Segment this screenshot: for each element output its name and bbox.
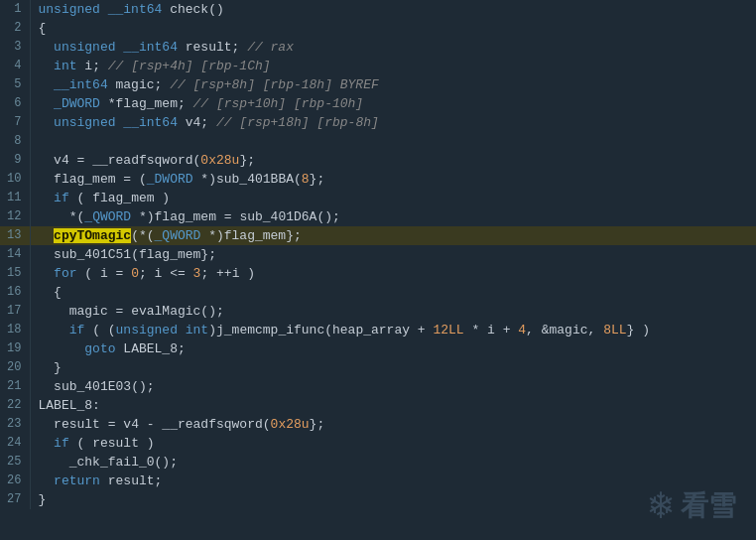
token-var: i [100,266,108,281]
token-indent [39,360,55,375]
token-var: flag_mem [139,247,200,262]
table-row: 16 { [0,283,756,302]
table-row: 5 __int64 magic; // [rsp+8h] [rbp-18h] B… [0,75,756,94]
token-fn: __readfsqword [162,417,262,432]
code-line-content [30,132,756,151]
code-line-content: unsigned __int64 check() [30,0,756,19]
table-row: 14 sub_401C51(flag_mem}; [0,245,756,264]
token-op: = [116,172,139,187]
token-comment: // rax [247,40,294,55]
code-line-content: flag_mem = (_DWORD *)sub_401BBA(8}; [30,170,756,189]
line-number: 20 [0,358,30,377]
token-punct: , & [526,323,549,338]
line-number: 15 [0,264,30,283]
token-punct: (); [200,304,223,319]
line-number: 14 [0,245,30,264]
token-indent [39,436,55,451]
token-num: 4 [518,323,526,338]
token-kw: unsigned int [116,323,209,338]
line-number: 9 [0,151,30,170]
code-line-content: LABEL_8: [30,396,756,415]
token-fn: __readfsqword [92,153,192,168]
token-kw: int [54,59,76,73]
code-line-content: sub_401C51(flag_mem}; [30,245,756,264]
token-op: - [139,417,162,432]
token-punct: (); [155,455,178,470]
line-number: 23 [0,415,30,434]
token-kw: __int64 [108,2,163,17]
table-row: 24 if ( result ) [0,434,756,453]
table-row: 1unsigned __int64 check() [0,0,756,19]
token-var: v4 [123,417,139,432]
token-indent [39,285,55,300]
token-indent [39,247,55,262]
token-var: v4 [178,115,200,130]
token-fn: evalMagic [131,304,200,319]
line-number: 27 [0,490,30,509]
token-op: = [108,266,131,281]
table-row: 9 v4 = __readfsqword(0x28u}; [0,151,756,170]
token-op: * [464,323,487,338]
token-punct: ; [139,266,155,281]
token-indent [39,266,55,281]
line-number: 3 [0,38,30,57]
token-punct: ; [200,115,216,130]
token-punct: *( [69,209,85,224]
code-line-content: sub_401E03(); [30,377,756,396]
line-number: 6 [0,94,30,113]
token-op: = [69,153,92,168]
code-line-content: __int64 magic; // [rsp+8h] [rbp-18h] BYR… [30,75,756,94]
token-punct: { [39,21,47,36]
token-punct: ) [208,323,216,338]
token-punct: ; [232,40,248,55]
token-punct: { [54,285,62,300]
token-indent [39,473,55,488]
line-number: 16 [0,283,30,302]
token-kw: for [54,266,76,281]
code-line-content: magic = evalMagic(); [30,302,756,321]
table-row: 26 return result; [0,472,756,490]
token-punct: ( [294,172,302,187]
table-row: 22LABEL_8: [0,396,756,415]
token-num: 0 [131,266,139,281]
line-number: 1 [0,0,30,19]
token-punct: }; [310,172,325,187]
token-num: 0x28u [271,417,310,432]
token-punct: ) [155,191,171,205]
token-punct: ( [324,323,332,338]
token-punct: ( [77,266,100,281]
token-label: LABEL_8 [39,398,93,413]
code-line-content: int i; // [rsp+4h] [rbp-1Ch] [30,57,756,75]
code-line-content: { [30,283,756,302]
code-line-content: if ( result ) [30,434,756,453]
token-op: = [100,417,123,432]
token-fn: sub_401BBA [216,172,294,187]
token-var: flag_mem [155,209,216,224]
table-row: 13 cpyTOmagic(*(_QWORD *)flag_mem}; [0,226,756,245]
token-kw: unsigned [54,115,123,130]
token-var: result [92,436,139,451]
code-line-content: } [30,358,756,377]
table-row: 27} [0,490,756,509]
snowflake-icon: ❄ [649,481,673,530]
line-number: 7 [0,113,30,132]
token-punct: ( ( [84,323,115,338]
token-kw: __int64 [54,77,108,92]
token-op: ++ [216,266,232,281]
code-table: 1unsigned __int64 check()2{3 unsigned __… [0,0,756,509]
token-op: = [216,209,239,224]
token-op: + [410,323,433,338]
token-punct: *) [131,209,154,224]
code-line-content: _DWORD *flag_mem; // [rsp+10h] [rbp-10h] [30,94,756,113]
line-number: 13 [0,226,30,245]
token-indent [39,77,55,92]
line-number: 26 [0,472,30,490]
token-var: result [54,417,100,432]
code-line-content: goto LABEL_8; [30,339,756,358]
token-indent [39,323,69,338]
token-var: magic [69,304,108,319]
token-indent [39,209,69,224]
token-var: LABEL_8 [116,341,178,356]
table-row: 7 unsigned __int64 v4; // [rsp+18h] [rbp… [0,113,756,132]
token-var: magic [550,323,588,338]
